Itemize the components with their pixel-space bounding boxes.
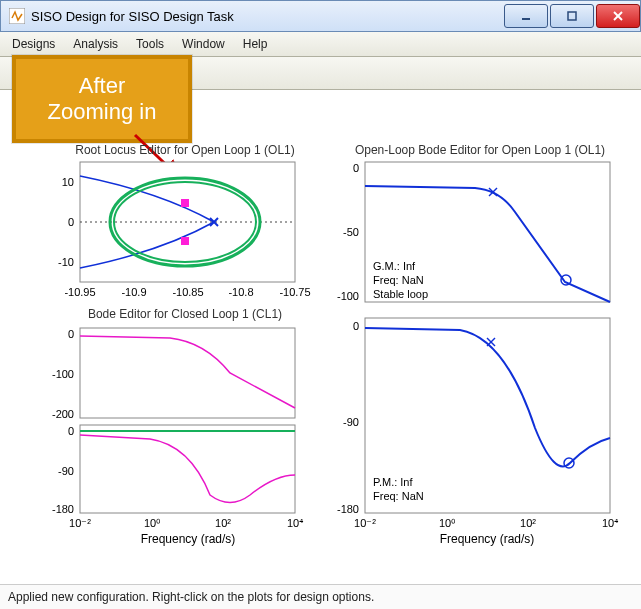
- window: SISO Design for SISO Design Task Designs…: [0, 0, 641, 609]
- window-title: SISO Design for SISO Design Task: [31, 9, 234, 24]
- annotation-callout: AfterZooming in: [12, 55, 192, 143]
- svg-text:-50: -50: [343, 226, 359, 238]
- svg-text:G.M.: Inf: G.M.: Inf: [373, 260, 416, 272]
- svg-text:-10.85: -10.85: [172, 286, 203, 298]
- svg-text:10⁰: 10⁰: [144, 517, 161, 529]
- svg-text:Frequency (rad/s): Frequency (rad/s): [141, 532, 236, 546]
- svg-text:P.M.: Inf: P.M.: Inf: [373, 476, 413, 488]
- svg-text:0: 0: [68, 328, 74, 340]
- svg-text:10⁻²: 10⁻²: [69, 517, 91, 529]
- status-bar: Applied new configuration. Right-click o…: [0, 584, 641, 609]
- title-bar[interactable]: SISO Design for SISO Design Task: [0, 0, 641, 32]
- svg-text:-100: -100: [337, 290, 359, 302]
- svg-text:Freq: NaN: Freq: NaN: [373, 490, 424, 502]
- maximize-button[interactable]: [550, 4, 594, 28]
- plot1-title: Root Locus Editor for Open Loop 1 (OL1): [75, 143, 294, 157]
- close-button[interactable]: [596, 4, 640, 28]
- svg-rect-26: [181, 199, 189, 207]
- svg-text:10²: 10²: [215, 517, 231, 529]
- svg-text:-180: -180: [337, 503, 359, 515]
- menu-window[interactable]: Window: [182, 37, 225, 51]
- svg-text:10⁴: 10⁴: [602, 517, 619, 529]
- svg-text:-90: -90: [58, 465, 74, 477]
- svg-text:10⁴: 10⁴: [287, 517, 304, 529]
- minimize-button[interactable]: [504, 4, 548, 28]
- svg-text:-10.95: -10.95: [64, 286, 95, 298]
- svg-rect-2: [568, 12, 576, 20]
- svg-text:-180: -180: [52, 503, 74, 515]
- svg-text:10⁰: 10⁰: [439, 517, 456, 529]
- svg-text:-10.75: -10.75: [279, 286, 310, 298]
- menu-bar: Designs Analysis Tools Window Help: [0, 32, 641, 57]
- callout-text: AfterZooming in: [48, 73, 157, 126]
- svg-text:0: 0: [68, 216, 74, 228]
- svg-text:10: 10: [62, 176, 74, 188]
- plot2-title: Open-Loop Bode Editor for Open Loop 1 (O…: [355, 143, 605, 157]
- menu-designs[interactable]: Designs: [12, 37, 55, 51]
- svg-rect-14: [80, 162, 295, 282]
- svg-text:10⁻²: 10⁻²: [354, 517, 376, 529]
- svg-text:0: 0: [353, 162, 359, 174]
- status-text: Applied new configuration. Right-click o…: [8, 590, 374, 604]
- menu-tools[interactable]: Tools: [136, 37, 164, 51]
- svg-text:Freq: NaN: Freq: NaN: [373, 274, 424, 286]
- menu-analysis[interactable]: Analysis: [73, 37, 118, 51]
- svg-text:Stable loop: Stable loop: [373, 288, 428, 300]
- svg-text:0: 0: [68, 425, 74, 437]
- svg-text:-90: -90: [343, 416, 359, 428]
- svg-rect-44: [80, 425, 295, 513]
- svg-text:-10: -10: [58, 256, 74, 268]
- menu-help[interactable]: Help: [243, 37, 268, 51]
- plots-area[interactable]: Root Locus Editor for Open Loop 1 (OL1) …: [35, 140, 625, 580]
- svg-text:-10.8: -10.8: [228, 286, 253, 298]
- plot3-title: Bode Editor for Closed Loop 1 (CL1): [88, 307, 282, 321]
- svg-text:10²: 10²: [520, 517, 536, 529]
- svg-text:-100: -100: [52, 368, 74, 380]
- svg-rect-27: [181, 237, 189, 245]
- svg-text:-10.9: -10.9: [121, 286, 146, 298]
- svg-text:-200: -200: [52, 408, 74, 420]
- svg-text:0: 0: [353, 320, 359, 332]
- svg-text:Frequency (rad/s): Frequency (rad/s): [440, 532, 535, 546]
- app-icon: [9, 8, 25, 24]
